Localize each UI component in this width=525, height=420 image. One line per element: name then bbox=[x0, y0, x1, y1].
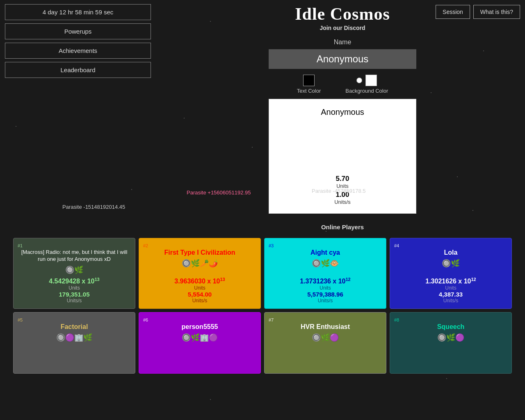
center-content: Idle Cosmos Join our Discord Name Text C… bbox=[160, 0, 525, 235]
card-icons-2: 🔘🌿🥕🌶️ bbox=[182, 259, 218, 268]
card-units-val-2: 3.9636030 x 1013 bbox=[174, 277, 225, 285]
text-color-group: Text Color bbox=[297, 75, 321, 94]
achievements-button[interactable]: Achievements bbox=[5, 43, 151, 59]
card-rank-6: #6 bbox=[143, 317, 148, 322]
card-icons-3: 🔘🌿🐵 bbox=[312, 259, 339, 268]
card-icons-1: 🔘🌿 bbox=[65, 265, 83, 274]
text-color-swatch[interactable] bbox=[303, 75, 315, 86]
card-units-val-1: 4.5429428 x 1013 bbox=[49, 277, 99, 285]
card-rate-label-3: Units/s bbox=[318, 298, 333, 304]
timer-button[interactable]: 4 day 12 hr 58 min 59 sec bbox=[5, 4, 151, 20]
card-units-label-3: Units bbox=[320, 285, 331, 291]
card-units-val-4: 1.3021626 x 1012 bbox=[425, 277, 476, 285]
card-name-1: [Macross] Radio: not me, but I think tha… bbox=[18, 249, 131, 263]
bg-color-label: Background Color bbox=[345, 88, 388, 94]
leaderboard-button[interactable]: Leaderboard bbox=[5, 62, 151, 78]
bg-color-radio[interactable] bbox=[356, 78, 362, 83]
name-card-units-val: 5.70 bbox=[334, 175, 351, 183]
discord-link[interactable]: Join our Discord bbox=[320, 25, 365, 31]
card-icons-6: 🔘🌿🏢🟣 bbox=[182, 333, 218, 342]
player-card-3[interactable]: #3 Aight cya 🔘🌿🐵 1.3731236 x 1012 Units … bbox=[264, 238, 386, 309]
player-card-7[interactable]: #7 HVR Enthusiast 🔘🌿🟣 bbox=[264, 312, 386, 374]
bg-color-group: Background Color bbox=[345, 75, 388, 94]
name-card-title: Anonymous bbox=[321, 107, 364, 117]
color-row: Text Color Background Color bbox=[297, 75, 388, 94]
card-rate-label-1: Units/s bbox=[67, 298, 82, 304]
parasite-text-0: Parasite +15606051192.95 bbox=[187, 189, 251, 196]
card-rank-8: #8 bbox=[394, 317, 399, 322]
card-rank-5: #5 bbox=[18, 317, 23, 322]
card-rate-label-4: Units/s bbox=[443, 298, 459, 304]
card-name-6: person5555 bbox=[182, 323, 218, 331]
card-icons-7: 🔘🌿🟣 bbox=[312, 333, 339, 342]
name-input[interactable] bbox=[269, 49, 416, 69]
card-icons-5: 🔘🟣🏢🌿 bbox=[56, 333, 92, 342]
player-grid: #1 [Macross] Radio: not me, but I think … bbox=[8, 238, 517, 374]
text-color-label: Text Color bbox=[297, 88, 321, 94]
card-name-3: Aight cya bbox=[310, 249, 340, 256]
card-rate-val-2: 5,554.00 bbox=[188, 291, 212, 298]
card-rank-4: #4 bbox=[394, 243, 399, 248]
card-icons-8: 🔘🌿🟣 bbox=[437, 333, 464, 342]
card-units-label-1: Units bbox=[68, 285, 80, 291]
card-rate-val-1: 179,351.05 bbox=[59, 291, 89, 298]
online-players-label: Online Players bbox=[321, 224, 364, 231]
bg-color-swatch[interactable] bbox=[365, 75, 377, 86]
card-name-7: HVR Enthusiast bbox=[301, 323, 350, 331]
card-units-val-3: 1.3731236 x 1012 bbox=[300, 277, 350, 285]
card-icons-4: 🔘🌿 bbox=[442, 259, 460, 268]
sidebar: 4 day 12 hr 58 min 59 sec Powerups Achie… bbox=[0, 0, 156, 85]
card-rank-1: #1 bbox=[18, 243, 23, 248]
card-rate-val-3: 5,579,388.96 bbox=[307, 291, 343, 298]
powerups-button[interactable]: Powerups bbox=[5, 23, 151, 39]
player-card-8[interactable]: #8 Squeech 🔘🌿🟣 bbox=[390, 312, 512, 374]
card-name-2: First Type I Civilization bbox=[164, 249, 235, 256]
card-name-5: Factorial bbox=[61, 323, 88, 331]
player-card-4[interactable]: #4 Lola 🔘🌿 1.3021626 x 1012 Units 4,387.… bbox=[390, 238, 512, 309]
player-card-2[interactable]: #2 First Type I Civilization 🔘🌿🥕🌶️ 3.963… bbox=[139, 238, 261, 309]
top-right-actions: Session What is this? bbox=[436, 5, 520, 19]
game-title: Idle Cosmos bbox=[295, 4, 390, 24]
what-is-this-button[interactable]: What is this? bbox=[473, 5, 520, 19]
player-card-5[interactable]: #5 Factorial 🔘🟣🏢🌿 bbox=[13, 312, 135, 374]
card-rate-val-4: 4,387.33 bbox=[439, 291, 463, 298]
card-units-label-2: Units bbox=[194, 285, 205, 291]
parasite-text-1: Parasite -457859178.5 bbox=[312, 188, 366, 194]
card-name-4: Lola bbox=[444, 249, 458, 256]
card-rank-2: #2 bbox=[143, 243, 148, 248]
session-button[interactable]: Session bbox=[436, 5, 470, 19]
player-card-6[interactable]: #6 person5555 🔘🌿🏢🟣 bbox=[139, 312, 261, 374]
card-name-8: Squeech bbox=[437, 323, 465, 331]
player-card-1[interactable]: #1 [Macross] Radio: not me, but I think … bbox=[13, 238, 135, 309]
name-card-rate-label: Units/s bbox=[334, 199, 351, 205]
card-rate-label-2: Units/s bbox=[192, 298, 208, 304]
parasite-text-2: Parasite -15148192014.45 bbox=[62, 204, 125, 210]
card-rank-7: #7 bbox=[269, 317, 274, 322]
card-units-label-4: Units bbox=[445, 285, 456, 291]
card-rank-3: #3 bbox=[269, 243, 274, 248]
name-label: Name bbox=[334, 39, 352, 46]
name-preview-card: Anonymous 5.70 Units 1.00 Units/s bbox=[269, 99, 416, 214]
